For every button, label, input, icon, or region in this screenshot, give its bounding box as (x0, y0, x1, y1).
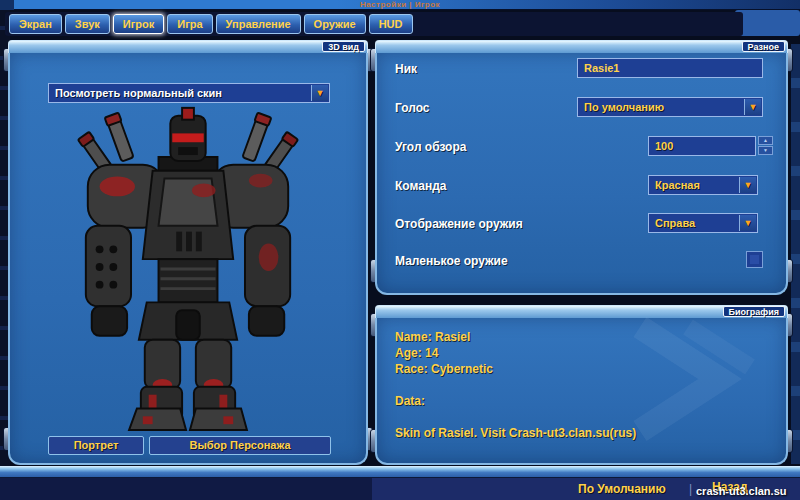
bio-skin-line: Skin of Rasiel. Visit Crash-ut3.clan.su(… (395, 425, 636, 441)
view-panel: 3D вид Посмотреть нормальный скин ▼ (8, 40, 368, 465)
fov-stepper: ▲ ▼ (758, 136, 773, 156)
chevron-down-icon[interactable]: ▼ (311, 85, 328, 101)
bio-age-line: Age: 14 (395, 345, 636, 361)
chevron-down-icon[interactable]: ▼ (744, 99, 761, 115)
fov-input[interactable]: 100 (648, 136, 756, 156)
defaults-button[interactable]: По Умолчанию (578, 482, 666, 496)
chevron-down-icon[interactable]: ▼ (739, 177, 756, 193)
background-pattern-right (791, 44, 800, 464)
window-title: Настройки | Игрок (0, 0, 800, 10)
nick-input[interactable] (577, 58, 763, 78)
team-label: Команда (395, 179, 446, 193)
bio-race-line: Race: Cybernetic (395, 361, 636, 377)
team-dropdown[interactable]: Красная ▼ (648, 175, 758, 195)
bio-name-line: Name: Rasiel (395, 329, 636, 345)
team-dropdown-value: Красная (649, 179, 700, 191)
weapon-hand-label: Отображение оружия (395, 217, 523, 231)
misc-panel-header (375, 40, 788, 53)
bio-panel: Биография Name: Rasiel Age: 14 Race: Cyb… (375, 305, 788, 465)
character-model (23, 100, 353, 434)
site-watermark: crash-ut3.clan.su (696, 485, 786, 497)
skin-view-dropdown-value: Посмотреть нормальный скин (49, 87, 222, 99)
footer-separator: | (689, 482, 692, 496)
checkbox-inner (750, 255, 759, 264)
footer-left-shade (0, 478, 372, 500)
character-3d-viewport[interactable] (23, 100, 353, 434)
tab-controls[interactable]: Управление (216, 14, 301, 34)
bio-text: Name: Rasiel Age: 14 Race: Cybernetic Da… (395, 329, 636, 441)
stepper-up-icon[interactable]: ▲ (758, 136, 773, 145)
fov-value: 100 (649, 140, 673, 152)
tab-hud[interactable]: HUD (369, 14, 413, 34)
select-character-button[interactable]: Выбор Персонажа (149, 436, 331, 455)
misc-panel-tag: Разное (742, 41, 785, 52)
small-weapons-checkbox[interactable] (746, 251, 763, 268)
weapon-hand-dropdown[interactable]: Справа ▼ (648, 213, 758, 233)
fov-label: Угол обзора (395, 140, 466, 154)
weapon-hand-dropdown-value: Справа (649, 217, 695, 229)
small-weapons-label: Маленькое оружие (395, 254, 508, 268)
voice-dropdown-value: По умолчанию (578, 101, 664, 113)
voice-label: Голос (395, 101, 430, 115)
background-pattern-topright (735, 10, 800, 36)
bio-panel-tag: Биография (723, 306, 785, 317)
tab-weapons[interactable]: Оружие (304, 14, 366, 34)
view-panel-header (8, 40, 368, 53)
view-panel-tag: 3D вид (322, 41, 365, 52)
nick-label: Ник (395, 62, 417, 76)
bio-data-line: Data: (395, 393, 636, 409)
tab-screen[interactable]: Экран (9, 14, 62, 34)
footer-divider-bar (0, 466, 800, 478)
tab-game[interactable]: Игра (167, 14, 212, 34)
tab-player[interactable]: Игрок (113, 14, 164, 34)
voice-dropdown[interactable]: По умолчанию ▼ (577, 97, 763, 117)
portrait-button[interactable]: Портрет (48, 436, 144, 455)
stepper-down-icon[interactable]: ▼ (758, 146, 773, 155)
settings-tab-bar: Экран Звук Игрок Игра Управление Оружие … (5, 12, 743, 36)
misc-panel: Разное Ник Голос По умолчанию ▼ Угол обз… (375, 40, 788, 295)
chevron-down-icon[interactable]: ▼ (739, 215, 756, 231)
title-bar: Настройки | Игрок (0, 0, 800, 10)
tab-sound[interactable]: Звук (65, 14, 110, 34)
